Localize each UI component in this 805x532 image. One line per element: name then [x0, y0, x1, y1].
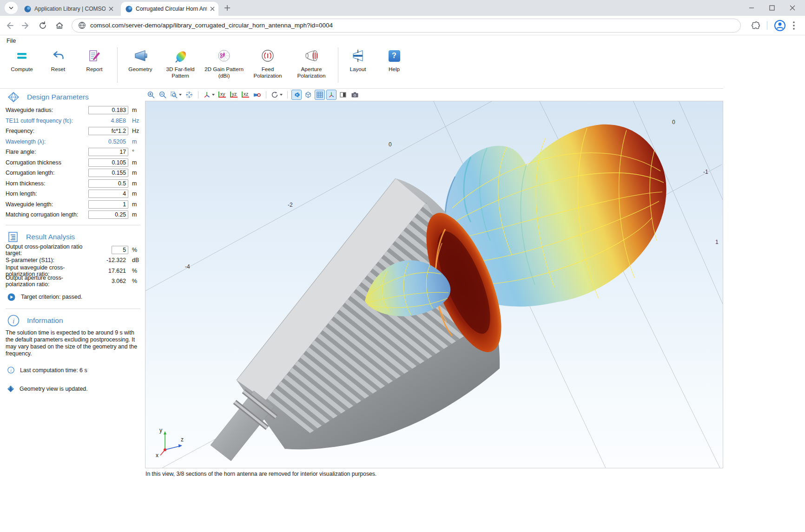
parameter-row: Waveguide length: m: [6, 199, 140, 210]
tab-application-library[interactable]: Application Library | COMSOL S: [20, 2, 117, 16]
axis-orientation-button[interactable]: [326, 90, 337, 100]
contrast-button[interactable]: [338, 90, 348, 100]
feed-polarization-button[interactable]: Feed Polarization: [246, 46, 290, 85]
tab-title: Corrugated Circular Horn Anten: [136, 6, 207, 12]
transparency-button[interactable]: [303, 90, 313, 100]
2d-gain-button[interactable]: 2D Gain Pattern (dBi): [202, 46, 246, 85]
camera-icon: [351, 91, 359, 99]
new-tab-button[interactable]: [221, 2, 233, 14]
projection-button[interactable]: [252, 90, 262, 100]
zoom-extents-button[interactable]: [184, 90, 194, 100]
layout-button[interactable]: Layout: [343, 46, 373, 85]
cross-polarization-target-input[interactable]: [112, 246, 128, 254]
axis-orientation-icon: [328, 91, 335, 99]
output-cross-pol-value: 3.062: [88, 278, 128, 284]
zoom-out-icon: [159, 91, 166, 99]
close-icon[interactable]: [210, 7, 215, 11]
window: Application Library | COMSOL S Corrugate…: [0, 0, 805, 532]
view-xy-icon: xy: [218, 92, 226, 98]
horn-length-input[interactable]: [88, 190, 128, 198]
report-icon: [87, 47, 101, 64]
view-caption: In this view, 3/8 sections of the horn a…: [145, 471, 376, 477]
te11-cutoff-value: 4.8E8: [88, 118, 128, 124]
file-menu[interactable]: File: [7, 38, 16, 44]
back-button[interactable]: [2, 18, 17, 33]
chevron-down-icon: [9, 7, 13, 9]
projection-icon: [253, 91, 261, 99]
input-cross-pol-value: 17.621: [88, 268, 128, 274]
home-button[interactable]: [52, 18, 67, 33]
compute-button[interactable]: Compute: [4, 46, 40, 85]
corrugation-thickness-input[interactable]: [88, 158, 128, 167]
triad-x-label: x: [156, 452, 158, 459]
svg-text:i: i: [10, 368, 12, 373]
grid-button[interactable]: [315, 90, 325, 100]
waveguide-length-input[interactable]: [88, 200, 128, 209]
frequency-input[interactable]: [88, 127, 128, 135]
parameter-row: Matching corrugation length: m: [6, 210, 140, 220]
3d-farfield-button[interactable]: 3D Far-field Pattern: [158, 46, 202, 85]
zoom-box-button[interactable]: [169, 90, 183, 100]
forward-button[interactable]: [19, 18, 33, 33]
horn-thickness-input[interactable]: [88, 179, 128, 188]
close-icon[interactable]: [109, 7, 113, 11]
parameter-row: Waveguide radius: m: [6, 105, 140, 116]
view-xy-button[interactable]: xy: [217, 90, 227, 100]
toolbar-separator: [266, 91, 266, 99]
coordinate-triad: y z x: [151, 426, 186, 461]
section-title: Design Parameters: [27, 93, 89, 101]
view-xz-icon: xz: [242, 92, 250, 98]
aperture-polarization-icon: [304, 47, 319, 64]
default-view-icon: [203, 91, 211, 99]
view-yz-button[interactable]: yz: [229, 90, 239, 100]
snapshot-button[interactable]: [350, 90, 360, 100]
window-controls: [746, 0, 801, 16]
help-icon: ?: [389, 47, 400, 64]
help-button[interactable]: ? Help: [380, 46, 408, 85]
aperture-polarization-button[interactable]: Aperture Polarization: [290, 46, 333, 85]
close-window-button[interactable]: [786, 5, 798, 11]
tab-search-button[interactable]: [5, 2, 18, 14]
zoom-in-icon: [147, 91, 155, 99]
reset-button[interactable]: Reset: [40, 46, 76, 85]
profile-icon[interactable]: [774, 20, 786, 32]
corrugation-length-input[interactable]: [88, 169, 128, 177]
flare-angle-input[interactable]: [88, 148, 128, 156]
app-ribbon: Compute Reset Report Geometry 3D Far-fie…: [0, 46, 805, 85]
geometry-button[interactable]: Geometry: [122, 46, 158, 85]
matching-corrugation-length-input[interactable]: [88, 210, 128, 219]
axis-tick-label: 1: [715, 239, 719, 245]
view-xz-button[interactable]: xz: [240, 90, 251, 100]
tab-horn-antenna[interactable]: Corrugated Circular Horn Anten: [121, 2, 218, 16]
ribbon-separator: [338, 47, 338, 83]
report-button[interactable]: Report: [76, 46, 112, 85]
ribbon-separator: [117, 47, 118, 83]
comsol-favicon: [125, 6, 132, 13]
minimize-button[interactable]: [746, 5, 758, 11]
axis-tick-label: -2: [288, 202, 293, 208]
scene-light-button[interactable]: [291, 90, 302, 100]
design-parameters-header: Design Parameters: [6, 88, 140, 105]
maximize-button[interactable]: [766, 5, 778, 11]
site-info-icon[interactable]: [79, 22, 86, 29]
graphics-toolbar: xy yz xz: [146, 89, 360, 100]
menu-dots-icon[interactable]: [792, 21, 795, 30]
parameter-row: Frequency: Hz: [6, 126, 140, 137]
settings-panel: Design Parameters Waveguide radius: m TE…: [0, 88, 145, 392]
zoom-in-button[interactable]: [146, 90, 156, 100]
url-bar[interactable]: comsol.com/server-demo/app/library_corru…: [72, 19, 741, 33]
divider: [767, 21, 767, 30]
url-text: comsol.com/server-demo/app/library_corru…: [90, 22, 333, 29]
zoom-out-button[interactable]: [158, 90, 168, 100]
triad-y-label: y: [159, 427, 162, 433]
extensions-icon[interactable]: [751, 21, 760, 30]
geometry-status: Geometry view is updated.: [7, 386, 140, 392]
default-view-button[interactable]: [202, 90, 216, 100]
graphics-canvas[interactable]: 0 0 -1 1 -2 -4 y z x: [145, 101, 723, 468]
contrast-icon: [339, 91, 347, 99]
reload-button[interactable]: [35, 18, 50, 33]
rotate-button[interactable]: [270, 90, 284, 100]
result-analysis-header: Result Analysis: [6, 228, 140, 245]
waveguide-radius-input[interactable]: [88, 106, 128, 114]
axis-tick-label: 0: [389, 141, 392, 148]
